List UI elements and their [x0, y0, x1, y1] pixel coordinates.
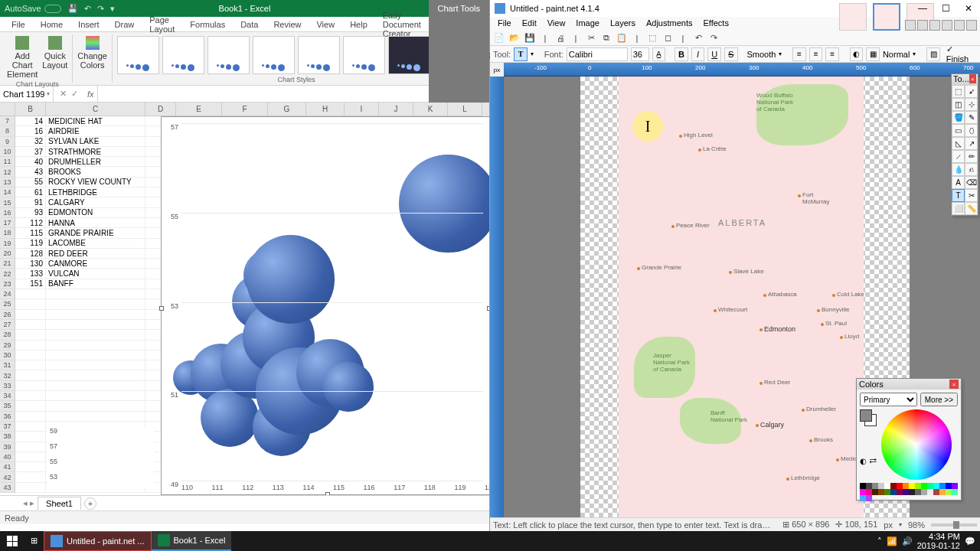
palette-swatch[interactable] — [915, 483, 921, 489]
align-left-button[interactable]: ≡ — [792, 47, 806, 61]
tool-button[interactable]: ↗ — [965, 137, 978, 150]
ribbon-tab-page-layout[interactable]: Page Layout — [142, 13, 181, 36]
color-palette[interactable] — [860, 483, 959, 501]
palette-swatch[interactable] — [952, 483, 958, 489]
palette-swatch[interactable] — [903, 489, 909, 495]
align-right-button[interactable]: ≡ — [825, 47, 839, 61]
palette-swatch[interactable] — [946, 489, 952, 495]
resize-handle[interactable] — [159, 306, 164, 311]
tool-button[interactable]: 💧 — [952, 163, 965, 176]
maximize-button[interactable]: ☐ — [934, 1, 957, 16]
palette-swatch[interactable] — [866, 489, 872, 495]
tool-button[interactable]: ◫ — [952, 98, 965, 111]
minimize-button[interactable]: — — [911, 1, 934, 16]
palette-swatch[interactable] — [939, 489, 946, 495]
ribbon-tab-home[interactable]: Home — [34, 18, 70, 31]
tools-window[interactable]: To...× ⬚➶◫⊹🪣✎▭⬯◺↗⟋✏💧⎌A⌫T✂⬜📏 — [951, 73, 978, 216]
palette-swatch[interactable] — [872, 489, 878, 495]
chart-style-thumb[interactable] — [343, 36, 385, 74]
autosave-toggle[interactable]: AutoSave — [5, 4, 61, 13]
menu-file[interactable]: File — [493, 17, 516, 31]
close-button[interactable]: ✕ — [957, 1, 980, 16]
tool-button[interactable]: ⟋ — [952, 150, 965, 163]
color-wheel[interactable] — [881, 409, 952, 480]
close-icon[interactable]: × — [969, 74, 976, 83]
palette-swatch[interactable] — [903, 483, 909, 489]
tool-button[interactable]: ⬚ — [952, 85, 965, 98]
chart-styles-gallery[interactable] — [116, 34, 477, 76]
underline-button[interactable]: U — [707, 47, 721, 61]
bubble-chart[interactable]: 5755535149 11011111211311411511611711811… — [161, 116, 489, 495]
resize-handle[interactable] — [325, 492, 330, 495]
ribbon-tab-help[interactable]: Help — [343, 18, 374, 31]
spreadsheet-grid[interactable]: BCDEFGHIJKL 714MEDICINE HAT816AIRDRIE932… — [0, 103, 489, 495]
more-button[interactable]: More >> — [920, 393, 958, 406]
palette-swatch[interactable] — [921, 483, 927, 489]
palette-swatch[interactable] — [866, 483, 872, 489]
palette-swatch[interactable] — [878, 489, 884, 495]
colors-window[interactable]: Colors× Primary More >> ◐ ⮂ — [856, 378, 962, 500]
menu-image[interactable]: Image — [571, 17, 604, 31]
change-colors-button[interactable]: Change Colors — [76, 34, 109, 71]
tool-button[interactable]: ✎ — [965, 111, 978, 124]
menu-adjustments[interactable]: Adjustments — [642, 17, 697, 31]
resize-handle[interactable] — [487, 306, 489, 311]
start-button[interactable] — [0, 531, 24, 551]
chart-style-thumb[interactable] — [162, 36, 204, 74]
palette-swatch[interactable] — [909, 489, 915, 495]
palette-swatch[interactable] — [927, 489, 933, 495]
add-chart-element-button[interactable]: Add Chart Element — [5, 34, 39, 80]
aa-toggle[interactable]: ◐ — [850, 47, 864, 61]
unit-label[interactable]: px — [884, 520, 893, 530]
ribbon-tab-insert[interactable]: Insert — [71, 18, 106, 31]
sheet-tab-sheet1[interactable]: Sheet1 — [38, 497, 81, 510]
tool-button[interactable]: ➶ — [965, 85, 978, 98]
map-image[interactable]: ALBERTA I Wood Buffalo National Park of … — [619, 77, 864, 517]
font-metrics-button[interactable]: A̲ — [652, 47, 666, 61]
palette-swatch[interactable] — [909, 483, 915, 489]
add-sheet-button[interactable]: + — [84, 497, 96, 510]
menu-layers[interactable]: Layers — [606, 17, 640, 31]
chart-style-thumb[interactable] — [298, 36, 340, 74]
palette-swatch[interactable] — [872, 483, 878, 489]
palette-swatch[interactable] — [890, 483, 897, 489]
palette-swatch[interactable] — [939, 483, 946, 489]
tool-button[interactable]: ⊹ — [965, 98, 978, 111]
ribbon-tab-draw[interactable]: Draw — [108, 18, 142, 31]
quick-layout-button[interactable]: Quick Layout — [41, 34, 69, 80]
zoom-slider[interactable] — [931, 523, 977, 527]
tray-chevron-icon[interactable]: ˄ — [877, 536, 882, 546]
ribbon-tab-review[interactable]: Review — [266, 18, 308, 31]
primary-secondary-swatches[interactable] — [860, 409, 877, 426]
column-headers[interactable]: BCDEFGHIJKL — [0, 103, 489, 116]
network-icon[interactable]: 📶 — [887, 536, 897, 546]
tool-button[interactable]: ⬜ — [952, 202, 965, 215]
bubble-point[interactable] — [247, 235, 335, 324]
zoom-level[interactable]: 98% — [908, 520, 925, 530]
chart-style-thumb[interactable] — [117, 36, 159, 74]
tool-button[interactable]: A — [952, 176, 965, 189]
strike-button[interactable]: S — [724, 47, 738, 61]
tool-button[interactable]: ✏ — [965, 150, 978, 163]
ribbon-tabs[interactable]: FileHomeInsertDrawPage LayoutFormulasDat… — [0, 17, 489, 32]
tool-button[interactable]: ▭ — [952, 124, 965, 137]
tool-button[interactable]: ⬯ — [965, 124, 978, 137]
menu-view[interactable]: View — [543, 17, 570, 31]
notifications-icon[interactable]: 💬 — [965, 536, 975, 546]
ribbon-tab-view[interactable]: View — [309, 18, 341, 31]
system-tray[interactable]: ˄ 📶 🔊 4:34 PM2019-01-12 💬 — [877, 532, 980, 550]
tool-button[interactable]: ⌫ — [965, 176, 978, 189]
name-box[interactable]: Chart 1199▾ — [0, 86, 54, 102]
bubble-point[interactable] — [399, 155, 489, 253]
finish-button[interactable]: ✓ Finish — [946, 44, 977, 64]
palette-swatch[interactable] — [952, 489, 958, 495]
bold-button[interactable]: B — [675, 47, 688, 61]
tool-button[interactable]: 🪣 — [952, 111, 965, 124]
taskbar[interactable]: ⊞ Untitled - paint.net ... Book1 - Excel… — [0, 531, 980, 551]
volume-icon[interactable]: 🔊 — [902, 536, 913, 546]
palette-swatch[interactable] — [927, 483, 933, 489]
palette-swatch[interactable] — [921, 489, 927, 495]
plot-area[interactable] — [181, 123, 483, 479]
palette-swatch[interactable] — [884, 483, 890, 489]
palette-swatch[interactable] — [884, 489, 890, 495]
